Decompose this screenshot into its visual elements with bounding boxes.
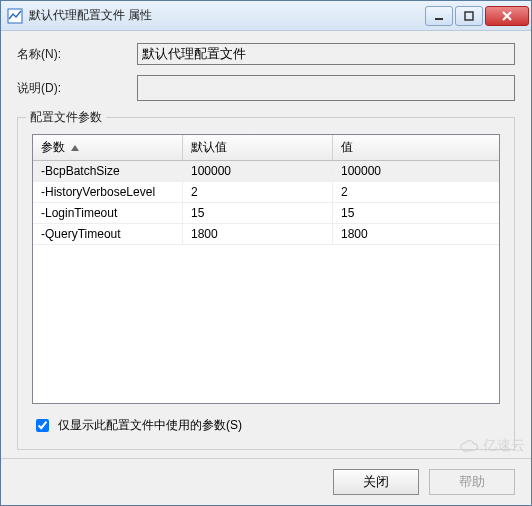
cell-default: 2 [183,182,333,203]
only-used-params-label: 仅显示此配置文件中使用的参数(S) [58,417,242,434]
sort-asc-icon [71,145,79,151]
cell-default: 100000 [183,161,333,182]
close-dialog-button[interactable]: 关闭 [333,469,419,495]
col-header-value-label: 值 [341,139,353,156]
table-body[interactable]: -BcpBatchSize 100000 100000 -HistoryVerb… [33,161,499,403]
window-title: 默认代理配置文件 属性 [29,7,423,24]
name-row: 名称(N): [17,43,515,65]
params-group-title: 配置文件参数 [26,109,106,126]
table-row[interactable]: -QueryTimeout 1800 1800 [33,224,499,245]
col-header-param-label: 参数 [41,139,65,156]
button-bar: 关闭 帮助 [1,458,531,505]
app-icon [7,8,23,24]
table-row[interactable]: -LoginTimeout 15 15 [33,203,499,224]
close-button[interactable] [485,6,529,26]
col-header-default-label: 默认值 [191,139,227,156]
params-group: 配置文件参数 参数 默认值 值 [17,117,515,450]
name-field[interactable] [137,43,515,65]
svg-marker-5 [71,145,79,151]
desc-row: 说明(D): [17,75,515,101]
name-label: 名称(N): [17,46,137,63]
table-header: 参数 默认值 值 [33,135,499,161]
cell-param: -HistoryVerboseLevel [33,182,183,203]
cell-default: 1800 [183,224,333,245]
cell-value: 2 [333,182,499,203]
cell-value: 100000 [333,161,499,182]
table-row[interactable]: -HistoryVerboseLevel 2 2 [33,182,499,203]
desc-label: 说明(D): [17,80,137,97]
cell-value: 1800 [333,224,499,245]
cell-param: -BcpBatchSize [33,161,183,182]
col-header-value[interactable]: 值 [333,135,499,160]
help-button[interactable]: 帮助 [429,469,515,495]
table-row[interactable]: -BcpBatchSize 100000 100000 [33,161,499,182]
maximize-button[interactable] [455,6,483,26]
close-dialog-label: 关闭 [363,473,389,491]
cell-value: 15 [333,203,499,224]
dialog-window: 默认代理配置文件 属性 名称(N): 说明(D): 配置文件参数 参数 [0,0,532,506]
desc-field[interactable] [137,75,515,101]
minimize-button[interactable] [425,6,453,26]
svg-rect-2 [465,12,473,20]
content-area: 名称(N): 说明(D): 配置文件参数 参数 默认值 [1,31,531,458]
params-table: 参数 默认值 值 -BcpBatchSize 1000 [32,134,500,404]
only-used-params-input[interactable] [36,419,49,432]
cell-param: -LoginTimeout [33,203,183,224]
only-used-params-checkbox[interactable]: 仅显示此配置文件中使用的参数(S) [32,416,500,435]
col-header-default[interactable]: 默认值 [183,135,333,160]
cell-default: 15 [183,203,333,224]
col-header-param[interactable]: 参数 [33,135,183,160]
titlebar[interactable]: 默认代理配置文件 属性 [1,1,531,31]
cell-param: -QueryTimeout [33,224,183,245]
help-label: 帮助 [459,473,485,491]
